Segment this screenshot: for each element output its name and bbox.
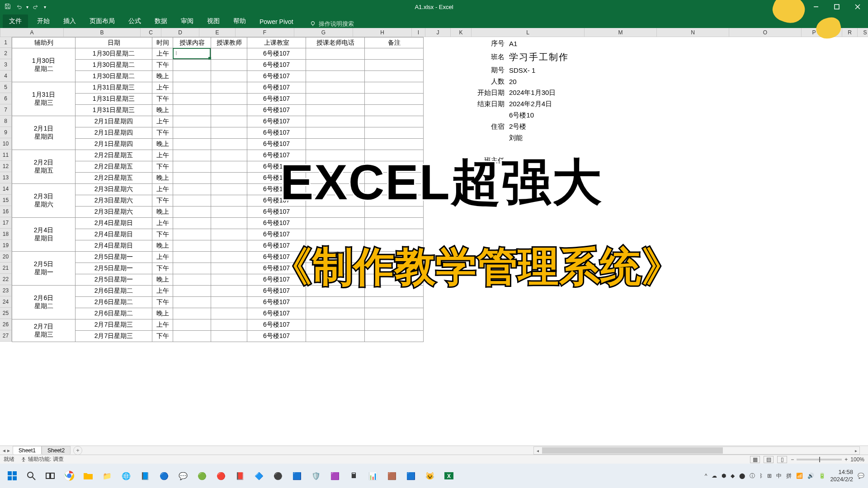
data-cell[interactable] [306, 319, 365, 331]
tray-icon[interactable]: ⬤ [739, 473, 745, 479]
data-cell[interactable]: 1月30日星期二 [75, 71, 152, 82]
data-cell[interactable] [211, 195, 247, 206]
data-cell[interactable] [365, 127, 424, 139]
data-cell[interactable]: 1月31日星期三 [75, 94, 152, 105]
battery-icon[interactable]: 🔋 [819, 473, 826, 479]
data-cell[interactable]: 6号楼107 [247, 71, 306, 82]
volume-icon[interactable]: 🔊 [807, 473, 814, 479]
undo-icon[interactable] [15, 3, 22, 11]
sheet-nav-last-icon[interactable]: ▸ [7, 447, 10, 454]
data-cell[interactable]: 下午 [152, 297, 173, 308]
task-view-icon[interactable] [42, 467, 59, 484]
data-cell[interactable] [211, 139, 247, 150]
data-cell[interactable]: 6号楼107 [247, 82, 306, 94]
data-cell[interactable] [306, 105, 365, 116]
close-icon[interactable] [847, 0, 868, 14]
tray-icon[interactable]: ⓘ [750, 472, 755, 480]
data-cell[interactable]: 下午 [152, 263, 173, 274]
data-cell[interactable]: 晚上 [152, 274, 173, 286]
column-header-L[interactable]: L [472, 28, 585, 37]
data-cell[interactable]: 2月7日星期三 [75, 331, 152, 342]
data-cell[interactable]: 2月3日星期六 [75, 184, 152, 195]
tray-icon[interactable]: ⬢ [722, 473, 726, 479]
data-cell[interactable] [173, 229, 211, 240]
app-icon[interactable]: 💬 [175, 467, 192, 484]
zoom-in-button[interactable]: + [844, 456, 848, 463]
horizontal-scrollbar[interactable]: ◂ ▸ [533, 446, 860, 455]
data-cell[interactable] [211, 105, 247, 116]
row-header-6[interactable]: 6 [0, 93, 12, 104]
data-cell[interactable]: 2月3日星期六 [75, 195, 152, 206]
table-header[interactable]: 授课教师 [211, 38, 247, 48]
data-cell[interactable] [173, 173, 211, 184]
zoom-out-button[interactable]: − [791, 456, 794, 463]
explorer-icon[interactable] [80, 467, 97, 484]
data-cell[interactable] [173, 218, 211, 229]
row-header-3[interactable]: 3 [0, 59, 12, 70]
data-cell[interactable] [173, 331, 211, 342]
data-cell[interactable]: 1月30日星期二 [75, 48, 152, 60]
redo-icon[interactable] [33, 3, 39, 11]
data-cell[interactable]: 6号楼107 [247, 94, 306, 105]
aux-cell[interactable]: 1月30日 星期二 [12, 48, 75, 82]
data-cell[interactable] [306, 308, 365, 319]
data-cell[interactable]: 2月6日星期二 [75, 286, 152, 297]
column-header-O[interactable]: O [729, 28, 802, 37]
data-cell[interactable]: 2月4日星期日 [75, 240, 152, 252]
data-cell[interactable]: 2月3日星期六 [75, 206, 152, 218]
row-header-18[interactable]: 18 [0, 229, 12, 240]
column-header-M[interactable]: M [585, 28, 657, 37]
app-icon[interactable]: 📘 [137, 467, 154, 484]
data-cell[interactable] [211, 331, 247, 342]
data-cell[interactable] [211, 274, 247, 286]
column-header-R[interactable]: R [842, 28, 858, 37]
data-cell[interactable]: 6号楼107 [247, 116, 306, 127]
data-cell[interactable] [211, 82, 247, 94]
ime-indicator[interactable]: 中 [776, 472, 782, 480]
data-cell[interactable]: 晚上 [152, 173, 173, 184]
data-cell[interactable]: 晚上 [152, 139, 173, 150]
data-cell[interactable] [173, 161, 211, 173]
scroll-right-icon[interactable]: ▸ [852, 447, 859, 454]
app-icon[interactable]: 🟪 [326, 467, 344, 484]
app-icon[interactable]: 🔷 [250, 467, 268, 484]
row-header-24[interactable]: 24 [0, 296, 12, 308]
scroll-left-icon[interactable]: ◂ [534, 447, 541, 454]
row-header-26[interactable]: 26 [0, 319, 12, 330]
data-cell[interactable]: 2月7日星期三 [75, 319, 152, 331]
data-cell[interactable]: 6号楼107 [247, 218, 306, 229]
data-cell[interactable] [365, 139, 424, 150]
row-header-8[interactable]: 8 [0, 116, 12, 127]
row-header-25[interactable]: 25 [0, 308, 12, 319]
data-cell[interactable] [173, 297, 211, 308]
data-cell[interactable]: 1月30日星期二 [75, 60, 152, 71]
data-cell[interactable] [365, 308, 424, 319]
app-icon[interactable]: 📕 [231, 467, 249, 484]
data-cell[interactable] [211, 173, 247, 184]
data-cell[interactable] [173, 184, 211, 195]
data-cell[interactable] [211, 319, 247, 331]
data-cell[interactable] [173, 94, 211, 105]
data-cell[interactable] [211, 161, 247, 173]
column-header-A[interactable]: A [0, 28, 64, 37]
tab-home[interactable]: 开始 [31, 14, 56, 28]
data-cell[interactable]: 2月1日星期四 [75, 127, 152, 139]
tab-layout[interactable]: 页面布局 [83, 14, 121, 28]
app-icon[interactable]: 🟢 [193, 467, 211, 484]
app-icon[interactable]: 🟦 [288, 467, 306, 484]
add-sheet-button[interactable]: + [73, 446, 82, 455]
data-cell[interactable] [173, 60, 211, 71]
tab-help[interactable]: 帮助 [227, 14, 252, 28]
tab-view[interactable]: 视图 [201, 14, 226, 28]
aux-cell[interactable]: 2月6日 星期二 [12, 286, 75, 319]
system-clock[interactable]: 14:58 2024/2/2 [830, 469, 853, 483]
data-cell[interactable] [365, 297, 424, 308]
data-cell[interactable]: 2月6日星期二 [75, 297, 152, 308]
row-header-17[interactable]: 17 [0, 217, 12, 229]
row-header-19[interactable]: 19 [0, 240, 12, 251]
data-cell[interactable] [211, 60, 247, 71]
app-icon[interactable]: ⚫ [269, 467, 287, 484]
data-cell[interactable] [173, 127, 211, 139]
onedrive-icon[interactable]: ☁ [712, 473, 717, 479]
row-header-27[interactable]: 27 [0, 330, 12, 342]
